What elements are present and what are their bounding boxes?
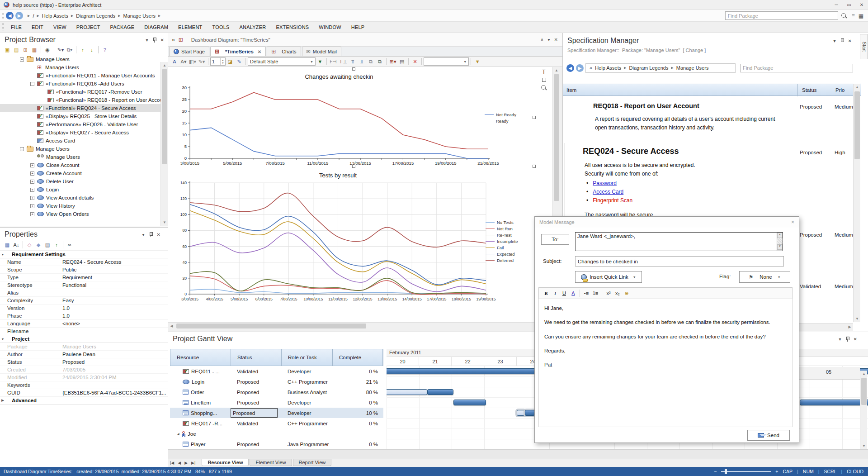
canvas-hscrollbar[interactable]: ◀ (168, 322, 552, 329)
view-tab-resource-view[interactable]: Resource View (202, 459, 249, 466)
float-icon[interactable]: ▾ (548, 37, 550, 42)
fmt-space-h-icon[interactable]: ⊦⊣ (330, 58, 337, 65)
tree-expander-icon[interactable]: + (30, 171, 34, 176)
tree-item[interactable]: ⊞Manage Users (0, 63, 168, 71)
message-body[interactable]: Hi Jane,We need to get the remaining cha… (538, 299, 793, 427)
gantt-row[interactable]: REQ017 -R...ValidatedC++ Programmer0 % (170, 418, 383, 428)
close-icon[interactable]: ✕ (160, 38, 164, 43)
day-header[interactable]: 23 (484, 357, 517, 366)
fmt-diagram-props-icon[interactable]: ▤ (398, 58, 406, 65)
tree-item[interactable]: «Functional» REQ018 - Report on User Acc… (0, 96, 168, 104)
spec-item-status[interactable]: Validated (800, 284, 821, 289)
spec-breadcrumb-item[interactable]: Manage Users (676, 65, 709, 71)
fmt-format-painter-icon[interactable]: ◪ (226, 58, 234, 65)
gantt-row[interactable]: LoginProposedC++ Programmer21 % (170, 376, 383, 387)
gantt-column-complete[interactable]: Complete (333, 349, 383, 366)
props-categorized-icon[interactable]: ▦ (4, 241, 11, 248)
fmt-underline-icon[interactable]: U (561, 290, 568, 297)
spec-vscrollbar[interactable]: ▲ ▼ (853, 84, 860, 322)
tree-expander-icon[interactable]: + (30, 196, 34, 200)
property-row[interactable]: Alias (0, 289, 168, 297)
maximize-button[interactable]: ▭ (843, 1, 855, 9)
fmt-font-color-icon[interactable]: A (570, 290, 577, 297)
close-button[interactable]: ✕ (855, 1, 868, 9)
menu-view[interactable]: VIEW (48, 24, 71, 30)
breadcrumb-item[interactable]: / (33, 13, 34, 19)
find-package-input[interactable] (725, 11, 838, 20)
close-icon[interactable]: ✕ (554, 37, 558, 42)
properties-section[interactable]: ▼Project (0, 335, 168, 343)
zoom-stepper[interactable]: 1▲▼ (210, 57, 226, 66)
tab-close-icon[interactable]: ✕ (258, 49, 261, 54)
fmt-numbered-list-icon[interactable]: 1≡ (592, 290, 599, 297)
day-header[interactable]: 22 (452, 357, 484, 366)
expand-icon[interactable]: » (172, 37, 175, 43)
props-stereotype-icon[interactable]: ◇ (26, 241, 33, 248)
tree-item[interactable]: −«Functional» REQ016 -Add Users (0, 80, 168, 88)
close-icon[interactable]: ✕ (848, 38, 852, 43)
props-promote-icon[interactable]: ↑ (53, 241, 60, 248)
panel-menu-icon[interactable]: ▾ (142, 232, 145, 237)
tree-expander-icon[interactable]: − (30, 82, 34, 86)
panel-menu-icon[interactable]: ▾ (839, 337, 841, 342)
gantt-column-status[interactable]: Status (231, 349, 282, 366)
send-button[interactable]: Send (747, 430, 790, 441)
fmt-save-style-icon[interactable]: ▼ (316, 58, 324, 65)
gantt-bar[interactable] (800, 400, 868, 405)
day-header[interactable]: 21 (419, 357, 452, 366)
insert-quick-link-button[interactable]: Insert Quick Link ▼ (575, 271, 642, 283)
tree-expander-icon[interactable]: − (20, 147, 24, 151)
gantt-row[interactable]: LineItemProposedDeveloper0 % (170, 397, 383, 408)
property-row[interactable]: Modified24/09/2015 3:30:04 PM (0, 374, 168, 381)
tab--timeseries[interactable]: ⊞*TimeSeries✕ (210, 47, 266, 56)
breadcrumb-item[interactable]: Help Assets (42, 13, 68, 19)
grid-icon[interactable]: ▦ (859, 13, 863, 19)
search-icon[interactable] (841, 13, 847, 19)
view-tab-element-view[interactable]: Element View (250, 459, 292, 466)
property-row[interactable]: GUID{EB351BE6-56FA-47ad-BCC1-2433B6CF1..… (0, 389, 168, 397)
tree-item[interactable]: «Functional» REQ017 -Remove User (0, 88, 168, 96)
properties-section[interactable]: ▶Advanced (0, 397, 168, 405)
subject-field[interactable]: Changes to be checked in (575, 256, 784, 267)
menu-element[interactable]: ELEMENT (173, 24, 207, 30)
gantt-row[interactable]: REQ011 - ...ValidatedDeveloper0 % (170, 366, 383, 376)
fmt-font-style-icon[interactable]: A▾ (180, 58, 187, 65)
property-row[interactable]: ComplexityEasy (0, 297, 168, 305)
tree-item[interactable]: −Manage Users (0, 145, 168, 153)
gantt-hscrollbar[interactable] (168, 449, 868, 458)
gantt-row[interactable]: ◢Joe (170, 428, 383, 439)
group-expander-icon[interactable]: ◢ (175, 432, 181, 436)
fmt-eyedropper-icon[interactable]: ✎ (236, 58, 243, 65)
bullet-access-card[interactable]: Access Card (593, 189, 623, 195)
spec-breadcrumb-item[interactable]: Diagram Legends (629, 65, 669, 71)
menu-tools[interactable]: TOOLS (207, 24, 234, 30)
gantt-bar[interactable] (517, 410, 525, 416)
tree-item[interactable]: +View Account details (0, 194, 168, 202)
flag-dropdown[interactable]: ⚑ None ▼ (739, 271, 790, 283)
fmt-hierarchy-icon[interactable]: ⊞▾ (389, 58, 396, 65)
spec-item-status[interactable]: Proposed (800, 150, 822, 155)
panel-menu-icon[interactable]: ▾ (834, 38, 836, 43)
property-row[interactable]: Phase1.0 (0, 312, 168, 320)
fmt-delete-icon[interactable]: ✕ (411, 58, 419, 65)
selection-handle[interactable] (352, 67, 355, 71)
property-row[interactable]: AuthorPaulene Dean (0, 351, 168, 358)
zoom-combo[interactable]: ▼ (424, 57, 469, 66)
tree-expander-icon[interactable]: + (30, 204, 34, 208)
gantt-row[interactable]: OrderProposedBusiness Analyst80 % (170, 387, 383, 397)
tree-item[interactable]: +View History (0, 202, 168, 210)
section-toggle-icon[interactable]: ▼ (0, 338, 5, 341)
pb-new-package-icon[interactable]: ▤ (13, 46, 20, 53)
property-row[interactable]: StatusProposed (0, 358, 168, 366)
close-icon[interactable]: ✕ (854, 337, 857, 342)
tree-item[interactable]: −Manage Users (0, 55, 168, 63)
pin-icon[interactable] (840, 38, 844, 43)
pb-new-model-icon[interactable]: ▣ (4, 46, 11, 53)
spec-item-title[interactable]: REQ018 - Report on User Account (593, 102, 699, 109)
pb-move-down-icon[interactable]: ↓ (88, 46, 95, 53)
menu-help[interactable]: HELP (346, 24, 370, 30)
menu-file[interactable]: FILE (6, 24, 27, 30)
selection-handle[interactable] (533, 165, 536, 168)
property-row[interactable]: TypeRequirement (0, 274, 168, 281)
tree-expander-icon[interactable]: + (30, 188, 34, 192)
